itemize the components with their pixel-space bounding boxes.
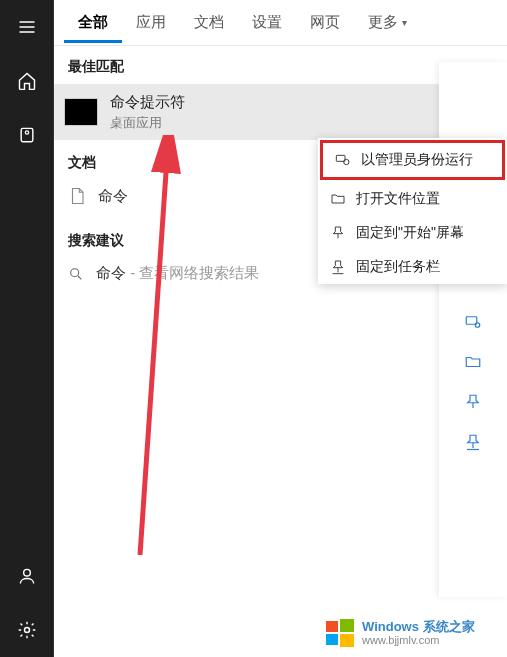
- svg-rect-11: [340, 619, 354, 632]
- file-icon: [68, 186, 86, 206]
- svg-rect-12: [326, 634, 338, 645]
- tab-apps[interactable]: 应用: [122, 3, 180, 43]
- collection-button[interactable]: [0, 108, 54, 162]
- context-menu: 以管理员身份运行 打开文件位置 固定到"开始"屏幕 固定到任务栏: [318, 138, 507, 284]
- search-panel: 全部 应用 文档 设置 网页 更多 ▾ 最佳匹配 命令提示符 桌面应用 → 文档: [54, 0, 507, 657]
- svg-point-2: [23, 569, 30, 576]
- strip-admin-run-icon[interactable]: [463, 312, 483, 332]
- terminal-icon: [64, 98, 98, 126]
- best-match-subtitle: 桌面应用: [110, 114, 185, 132]
- ctx-pin-start[interactable]: 固定到"开始"屏幕: [318, 216, 507, 250]
- search-tabs: 全部 应用 文档 设置 网页 更多 ▾: [54, 0, 507, 46]
- pin-icon: [330, 225, 346, 241]
- svg-point-1: [25, 131, 28, 134]
- user-button[interactable]: [0, 549, 54, 603]
- sidebar: [0, 0, 54, 657]
- chevron-down-icon: ▾: [402, 17, 407, 28]
- watermark-title: Windows 系统之家: [362, 620, 475, 634]
- windows-logo-icon: [324, 617, 356, 649]
- suggestion-text: 命令 - 查看网络搜索结果: [96, 264, 259, 283]
- home-button[interactable]: [0, 54, 54, 108]
- strip-folder-icon[interactable]: [463, 352, 483, 372]
- svg-rect-5: [466, 317, 477, 325]
- svg-rect-13: [340, 634, 354, 647]
- gear-icon: [17, 620, 37, 640]
- settings-button[interactable]: [0, 603, 54, 657]
- menu-button[interactable]: [0, 0, 54, 54]
- hamburger-icon: [17, 17, 37, 37]
- search-icon: [68, 266, 84, 282]
- tab-docs[interactable]: 文档: [180, 3, 238, 43]
- ctx-label: 固定到任务栏: [356, 258, 440, 276]
- document-name: 命令: [98, 187, 128, 206]
- ctx-pin-taskbar[interactable]: 固定到任务栏: [318, 250, 507, 284]
- svg-point-3: [24, 628, 29, 633]
- home-icon: [17, 71, 37, 91]
- watermark-url: www.bjjmlv.com: [362, 634, 475, 646]
- ctx-run-as-admin[interactable]: 以管理员身份运行: [320, 140, 505, 180]
- strip-pin-start-icon[interactable]: [463, 392, 483, 412]
- tab-settings[interactable]: 设置: [238, 3, 296, 43]
- user-icon: [17, 566, 37, 586]
- ctx-label: 以管理员身份运行: [361, 151, 473, 169]
- svg-point-4: [71, 268, 79, 276]
- tab-all[interactable]: 全部: [64, 3, 122, 43]
- folder-icon: [330, 191, 346, 207]
- tab-web[interactable]: 网页: [296, 3, 354, 43]
- pin-taskbar-icon: [330, 259, 346, 275]
- tab-more[interactable]: 更多 ▾: [354, 3, 421, 43]
- collection-icon: [17, 125, 37, 145]
- admin-run-icon: [335, 152, 351, 168]
- watermark: Windows 系统之家 www.bjjmlv.com: [324, 617, 475, 649]
- best-match-title: 命令提示符: [110, 93, 185, 112]
- svg-point-8: [344, 159, 349, 164]
- ctx-open-location[interactable]: 打开文件位置: [318, 182, 507, 216]
- ctx-label: 打开文件位置: [356, 190, 440, 208]
- strip-pin-taskbar-icon[interactable]: [463, 432, 483, 452]
- svg-rect-10: [326, 621, 338, 632]
- tab-more-label: 更多: [368, 13, 398, 32]
- svg-point-6: [475, 323, 480, 328]
- ctx-label: 固定到"开始"屏幕: [356, 224, 464, 242]
